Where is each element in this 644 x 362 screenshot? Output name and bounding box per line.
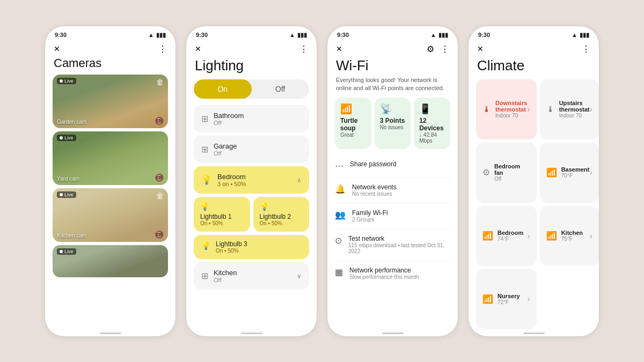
close-icon[interactable] [54,44,60,54]
cameras-header [45,41,175,56]
wifi-card-network[interactable]: 📶 Turtle soup Great [335,98,371,149]
phone-cameras: 9:30 ▲ ▮▮▮ Cameras Live 🗑 G [45,26,176,337]
wifi-menu-test-network[interactable]: ⊙ Test network 115 mbps download • last … [335,229,450,261]
wifi-menu-network-performance[interactable]: ▦ Network performance Slow performance t… [335,261,450,286]
wifi-menu-network-events[interactable]: 🔔 Network events No recent issues [335,178,450,203]
lightbulb-card-1[interactable]: 💡 Lightbulb 1 On • 50% [194,197,250,232]
wifi-card-points[interactable]: 📡 3 Points No issues [375,98,411,149]
more-options-icon[interactable] [158,44,167,54]
wifi-menu-list: ⋯ Share password 🔔 Network events No rec… [327,154,458,329]
wifi-header [327,41,458,56]
lighting-content: Lighting On Off ⊞ Bathroom Off [186,41,317,329]
chevron-right-icon-nursery[interactable] [527,294,530,304]
lightbulb-icon-3: 💡 [201,241,210,250]
room-kitchen-icon: ⊞ [201,271,208,281]
live-badge-garden: Live [57,78,76,84]
room-bathroom-icon: ⊞ [201,114,208,124]
camera-off-icon-garden: 📵 [155,116,164,125]
chevron-down-icon-kitchen[interactable] [297,271,302,280]
room-kitchen-left: ⊞ Kitchen Off [201,269,237,283]
climate-downstairs-sub: Indoor 70 [495,113,527,119]
climate-card-downstairs[interactable]: 🌡 Downstairs thermostat Indoor 70 [476,79,537,139]
climate-card-bedroom-fan-left: ⚙ Bedroom fan Off [482,163,530,182]
room-bedroom[interactable]: 💡 Bedroom 3 on • 50% [194,166,309,194]
wifi-card-icon-devices: 📱 [419,103,445,115]
wifi-menu-share-password-info: Share password [350,160,397,168]
camera-off-icon-yard: 📵 [155,173,164,182]
climate-kitchen-sub: 75°F [561,236,583,242]
climate-device-grid: 🌡 Downstairs thermostat Indoor 70 🌡 Upst… [469,79,599,329]
toggle-on-button[interactable]: On [194,79,252,99]
chevron-right-icon-downstairs[interactable] [527,105,530,114]
room-bathroom-name: Bathroom [214,112,244,120]
lighting-toggle: On Off [194,79,309,99]
close-icon-lighting[interactable] [195,44,201,54]
test-network-name: Test network [348,235,450,242]
scroll-indicator-wifi [382,333,404,334]
lighting-header [186,41,317,56]
wifi-card-sub-points: No issues [380,124,406,130]
camera-label-yard: Yard cam [57,176,79,182]
chevron-up-icon-bedroom[interactable] [297,175,302,184]
climate-card-basement[interactable]: 📶 Basement 70°F [540,143,599,203]
lightbulb-1-name: Lightbulb 1 [200,213,244,220]
climate-kitchen-info: Kitchen 75°F [561,230,583,242]
lightbulb-card-3[interactable]: 💡 Lightbulb 3 On • 50% [194,235,309,259]
close-icon-climate[interactable] [477,44,484,54]
climate-card-kitchen[interactable]: 📶 Kitchen 75°F [540,206,599,266]
delete-icon-kitchen[interactable]: 🗑 [156,191,164,200]
wifi-icon-nursery: 📶 [482,294,493,304]
room-kitchen[interactable]: ⊞ Kitchen Off [194,262,309,290]
chevron-right-icon-kitchen[interactable] [589,231,592,241]
wifi-menu-family-wifi[interactable]: 👥 Family Wi-Fi 2 Groups [335,203,450,229]
climate-nursery-name: Nursery [497,293,520,299]
live-label: Live [64,78,74,84]
wifi-card-devices[interactable]: 📱 12 Devices ↓ 42.84 Mbps [414,98,450,149]
more-options-icon-climate[interactable] [582,44,590,54]
room-bathroom-sub: Off [214,120,244,126]
wifi-card-icon-points: 📡 [380,103,406,115]
wifi-card-name-network: Turtle soup [340,117,366,132]
chevron-right-icon-upstairs[interactable] [589,105,592,114]
fan-icon: ⚙ [482,167,490,178]
climate-bedroom-fan-sub: Off [494,176,530,182]
lightbulb-card-2[interactable]: 💡 Lightbulb 2 On • 50% [253,197,310,232]
climate-card-upstairs[interactable]: 🌡 Upstairs thermostat Indoor 70 [540,79,599,139]
climate-card-nursery[interactable]: 📶 Nursery 72°F [476,269,537,329]
climate-card-bedroom-fan[interactable]: ⚙ Bedroom fan Off [476,143,537,203]
lightbulb-2-name: Lightbulb 2 [260,213,303,220]
settings-icon-wifi[interactable] [427,44,434,54]
more-options-icon-wifi[interactable] [441,44,449,54]
chevron-right-icon-bedroom[interactable] [527,231,530,241]
climate-card-bedroom[interactable]: 📶 Bedroom 74°F [476,206,537,266]
close-icon-wifi[interactable] [336,44,342,54]
live-label: Live [64,192,74,197]
live-badge-live4: Live [57,248,76,255]
time-lighting: 9:30 [196,32,208,38]
wifi-icon-cameras: ▲ [148,32,154,38]
phone-climate: 9:30 ▲ ▮▮▮ Climate 🌡 Downstairs thermost… [468,26,599,337]
chevron-right-icon-basement[interactable] [589,168,592,178]
climate-card-bedroom-left: 📶 Bedroom 74°F [482,230,523,242]
camera-item-kitchen[interactable]: Live 🗑 Kitchen cam 📵 [53,188,168,242]
delete-icon-garden[interactable]: 🗑 [156,78,164,86]
climate-bedroom-name: Bedroom [497,230,523,236]
status-icons-lighting: ▲ ▮▮▮ [289,32,307,39]
camera-item-live4[interactable]: Live [53,245,168,277]
wifi-icon-lighting: ▲ [289,32,295,38]
toggle-off-button[interactable]: Off [252,79,310,99]
camera-item-garden[interactable]: Live 🗑 Garden cam 📵 [53,75,168,128]
status-bar-cameras: 9:30 ▲ ▮▮▮ [45,26,175,41]
room-bathroom-info: Bathroom Off [214,112,244,126]
room-garage[interactable]: ⊞ Garage Off [194,136,309,163]
room-bedroom-name: Bedroom [217,173,246,181]
camera-label-kitchen: Kitchen cam [57,233,86,239]
room-kitchen-name: Kitchen [214,269,237,277]
camera-label-garden: Garden cam [57,119,86,125]
camera-item-yard[interactable]: Live Yard cam 📵 [53,131,168,185]
more-options-icon-lighting[interactable] [299,44,308,54]
climate-upstairs-sub: Indoor 70 [559,113,590,119]
room-bathroom[interactable]: ⊞ Bathroom Off [194,105,309,132]
test-network-sub: 115 mbps download • last tested Oct 31, … [348,242,450,254]
wifi-menu-share-password[interactable]: ⋯ Share password [335,154,450,178]
